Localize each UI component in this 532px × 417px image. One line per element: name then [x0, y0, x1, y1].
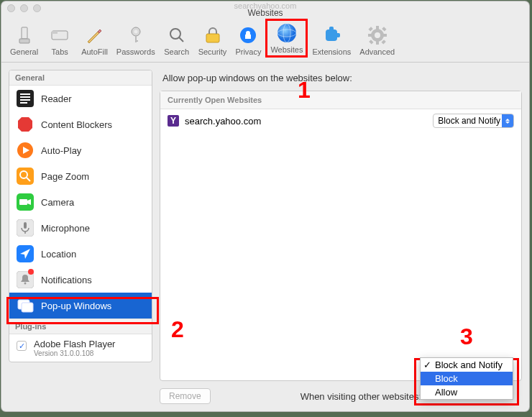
sidebar-item-page-zoom[interactable]: Page Zoom [9, 163, 152, 189]
tab-privacy[interactable]: Privacy [231, 19, 265, 58]
svg-rect-22 [368, 34, 372, 37]
site-domain: search.yahoo.com [185, 116, 261, 127]
tabs-icon [49, 24, 70, 46]
sidebar-item-popup-windows[interactable]: Pop-up Windows [9, 293, 152, 319]
sidebar-item-label: Page Zoom [41, 171, 89, 182]
privacy-icon [237, 24, 259, 46]
microphone-icon [17, 219, 34, 237]
site-favicon-icon: Y [168, 115, 179, 127]
remove-button[interactable]: Remove [160, 388, 211, 404]
auto-play-icon [17, 142, 34, 159]
tab-websites[interactable]: Websites [265, 19, 308, 58]
sidebar-section-plugins: Plug-ins [9, 319, 152, 334]
page-zoom-icon [17, 168, 34, 185]
sidebar-item-flash-plugin[interactable]: Adobe Flash Player Version 31.0.0.108 [9, 334, 152, 362]
sidebar-item-auto-play[interactable]: Auto-Play [9, 137, 152, 163]
svg-rect-21 [376, 41, 379, 45]
sidebar-item-label: Reader [41, 93, 72, 104]
svg-point-48 [24, 283, 27, 285]
sidebar-item-microphone[interactable]: Microphone [9, 215, 152, 241]
main-panel: Allow pop-up windows on the websites bel… [160, 70, 522, 404]
list-header: Currently Open Websites [160, 91, 521, 109]
svg-point-8 [170, 29, 180, 39]
svg-rect-17 [336, 33, 340, 37]
website-row[interactable]: Y search.yahoo.com Block and Notify [160, 109, 521, 132]
tab-tabs[interactable]: Tabs [42, 19, 77, 58]
window-controls [7, 4, 41, 12]
sidebar-item-label: Camera [41, 197, 74, 208]
sidebar-item-reader[interactable]: Reader [9, 86, 152, 111]
sidebar-item-label: Microphone [41, 223, 90, 234]
plugin-enable-checkbox[interactable] [17, 341, 27, 351]
check-icon: ✓ [423, 359, 431, 370]
svg-rect-15 [326, 29, 337, 41]
tab-search[interactable]: Search [160, 19, 194, 58]
default-policy-dropdown[interactable]: ✓Block and Notify Block Allow [420, 357, 513, 400]
sidebar-item-label: Pop-up Windows [41, 301, 111, 311]
titlebar: searchyahoo.com Websites [1, 1, 529, 16]
sidebar-item-camera[interactable]: Camera [9, 189, 152, 215]
svg-rect-40 [19, 199, 27, 205]
default-policy-label: When visiting other websites: [301, 391, 421, 402]
minimize-window-button[interactable] [20, 4, 28, 12]
sidebar: General Reader Content Blockers Auto-Pla… [9, 70, 152, 362]
svg-rect-24 [368, 27, 372, 31]
main-heading: Allow pop-up windows on the websites bel… [160, 70, 522, 91]
sidebar-item-label: Location [41, 249, 76, 260]
sidebar-item-notifications[interactable]: Notifications [9, 267, 152, 293]
svg-rect-36 [17, 168, 34, 185]
passwords-key-icon [125, 24, 147, 46]
tab-passwords[interactable]: Passwords [112, 19, 160, 58]
svg-rect-3 [52, 31, 58, 34]
reader-icon [17, 90, 34, 107]
svg-rect-25 [381, 40, 385, 44]
svg-point-12 [278, 24, 296, 42]
svg-rect-31 [20, 99, 30, 101]
svg-rect-7 [135, 40, 138, 42]
select-stepper-icon [502, 114, 513, 127]
close-window-button[interactable] [7, 4, 15, 12]
svg-rect-32 [20, 102, 27, 104]
zoom-window-button[interactable] [33, 4, 41, 12]
plugin-label: Adobe Flash Player [34, 339, 115, 349]
advanced-gear-icon [367, 24, 388, 46]
svg-point-19 [375, 32, 380, 38]
tab-security[interactable]: Security [194, 19, 231, 58]
svg-rect-50 [22, 303, 33, 312]
websites-globe-icon [276, 22, 298, 44]
sidebar-item-label: Notifications [41, 275, 92, 285]
svg-rect-27 [369, 40, 373, 44]
window-title: Websites [234, 9, 297, 17]
svg-rect-0 [22, 27, 27, 39]
popup-windows-icon [17, 297, 34, 314]
svg-rect-28 [17, 90, 34, 107]
svg-point-5 [134, 30, 137, 34]
svg-rect-20 [376, 26, 379, 29]
sidebar-item-label: Auto-Play [41, 145, 81, 156]
location-icon [17, 245, 34, 262]
dropdown-option-block-notify[interactable]: ✓Block and Notify [421, 358, 513, 372]
tab-autofill[interactable]: AutoFill [77, 19, 112, 58]
sidebar-item-location[interactable]: Location [9, 241, 152, 267]
svg-marker-33 [18, 117, 32, 132]
svg-rect-26 [382, 27, 386, 31]
svg-line-9 [179, 37, 183, 42]
svg-rect-29 [20, 93, 30, 95]
site-permission-select[interactable]: Block and Notify [433, 114, 514, 128]
tab-general[interactable]: General [6, 19, 42, 58]
svg-rect-23 [383, 34, 387, 37]
preferences-toolbar: General Tabs AutoFill Passwords Search S… [1, 16, 529, 63]
dropdown-option-allow[interactable]: Allow [421, 385, 513, 399]
svg-rect-30 [20, 96, 30, 98]
svg-rect-16 [329, 27, 334, 31]
security-icon [202, 24, 224, 46]
tab-extensions[interactable]: Extensions [308, 19, 355, 58]
svg-rect-10 [206, 34, 219, 42]
sidebar-item-content-blockers[interactable]: Content Blockers [9, 111, 152, 137]
tab-advanced[interactable]: Advanced [355, 19, 399, 58]
svg-rect-43 [24, 222, 27, 229]
sidebar-section-general: General [9, 70, 152, 86]
autofill-icon [83, 24, 105, 46]
dropdown-option-block[interactable]: Block [421, 372, 513, 385]
notification-badge-icon [28, 269, 34, 275]
